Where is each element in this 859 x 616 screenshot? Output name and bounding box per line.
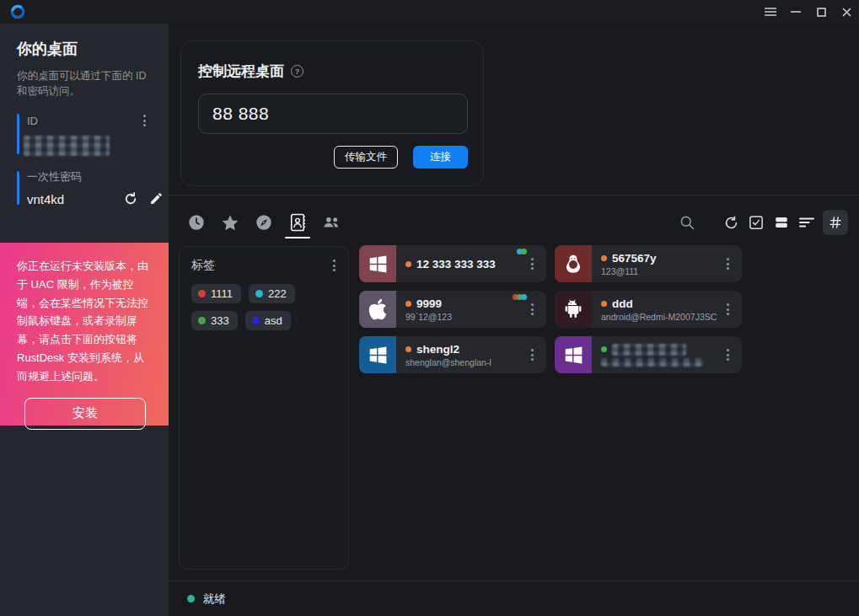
peer-card[interactable] [555,336,742,373]
peer-subtitle: android@Redmi-M2007J3SC [601,312,720,322]
tag-chip-list: 1111 222 333 asd [191,284,338,330]
peer-name: 9999 [416,297,442,310]
peer-status-dot [405,261,411,267]
maximize-button[interactable] [808,0,834,24]
password-field: 一次性密码 vnt4kd [17,169,153,206]
refresh-peers-icon[interactable] [722,210,740,235]
refresh-password-icon[interactable] [123,191,138,206]
peer-name: ddd [612,297,633,310]
status-bar: 就绪 [169,581,859,616]
tab-favorites[interactable] [221,206,239,238]
sort-icon[interactable] [797,210,816,235]
tag-label: 333 [211,314,229,327]
tag-label: asd [265,314,282,327]
peer-name: 567567y [612,252,657,265]
peer-os-tile [555,291,592,328]
peer-subtitle: 123@111 [601,266,720,276]
transfer-file-button[interactable]: 传输文件 [334,146,398,169]
peer-os-tile [359,336,396,373]
id-menu-icon[interactable] [141,112,148,129]
peer-status-dot [405,346,411,352]
tags-title: 标签 [191,258,215,273]
remote-id-input[interactable] [198,94,468,134]
peer-status-dot [405,301,411,307]
search-icon[interactable] [678,210,696,235]
tag-color-dot [252,317,260,324]
tag-chip[interactable]: 1111 [191,284,241,303]
peer-status-dot [601,346,607,352]
section-divider [169,195,859,196]
sidebar-description: 你的桌面可以通过下面的 ID 和密码访问。 [17,69,158,99]
peer-menu-icon[interactable] [724,255,732,272]
peer-card[interactable]: ddd android@Redmi-M2007J3SC [555,291,742,328]
peer-name-redacted [612,344,686,356]
peer-card[interactable]: 12 333 333 333 [359,245,546,282]
peer-os-tile [359,245,396,282]
tab-recent-sessions[interactable] [187,206,206,238]
peer-subtitle-redacted [601,358,704,367]
rustdesk-window: 你的桌面 你的桌面可以通过下面的 ID 和密码访问。 ID 一次性密码 vnt4… [0,0,859,616]
apple-icon [368,297,388,321]
peer-menu-icon[interactable] [529,255,536,272]
tag-color-dot [198,290,206,297]
id-field: ID [17,112,153,156]
connect-button[interactable]: 连接 [413,146,468,169]
tab-group[interactable] [322,206,341,238]
edit-password-icon[interactable] [149,191,164,206]
sidebar: 你的桌面 你的桌面可以通过下面的 ID 和密码访问。 ID 一次性密码 vnt4… [0,24,169,616]
tab-address-book[interactable] [288,206,307,238]
tab-discovered[interactable] [255,206,273,238]
peer-os-tile [555,336,592,373]
peer-name: shengl2 [416,343,459,356]
peer-tabbar [187,206,848,238]
windows-icon [367,344,389,367]
select-peers-icon[interactable] [747,210,765,235]
windows-icon [367,253,389,276]
peer-grid: 12 333 333 333 56 [359,245,742,373]
tag-chip[interactable]: asd [245,311,291,330]
peer-os-tile [555,245,592,282]
install-button[interactable]: 安装 [24,398,146,430]
peer-card[interactable]: 9999 99`12@123 [359,291,546,328]
titlebar [0,0,859,24]
windows-icon [562,344,585,367]
install-banner: 你正在运行未安装版本，由于 UAC 限制，作为被控端，会在某些情况下无法控制鼠标… [0,243,169,426]
peer-name: 12 333 333 333 [416,258,496,271]
status-dot [187,595,195,603]
sidebar-title: 你的桌面 [17,39,153,59]
card-view-icon[interactable] [772,210,791,235]
tag-chip[interactable]: 222 [249,284,295,303]
peer-os-tile [359,291,396,328]
peer-menu-icon[interactable] [529,301,536,318]
status-label: 就绪 [203,592,226,607]
tags-panel: 标签 1111 222 333 asd [179,246,349,570]
tags-menu-icon[interactable] [330,257,338,274]
tag-color-dot [198,317,206,324]
tag-color-dot [255,290,263,297]
id-label: ID [27,115,38,127]
close-button[interactable] [834,0,859,24]
grid-view-icon[interactable] [823,210,848,235]
rustdesk-logo-icon [8,3,27,21]
main-panel: 控制远程桌面 传输文件 连接 [169,24,859,616]
tag-label: 222 [268,287,287,300]
peer-subtitle: shenglan@shenglan-l [405,357,524,367]
password-value: vnt4kd [27,192,64,206]
tag-chip[interactable]: 333 [191,311,238,330]
connect-card: 控制远程桌面 传输文件 连接 [180,40,484,186]
help-icon[interactable] [291,65,303,78]
peer-card[interactable]: shengl2 shenglan@shenglan-l [359,336,546,373]
peer-subtitle: 99`12@123 [405,312,524,322]
id-value-redacted [24,136,110,156]
minimize-button[interactable] [783,0,808,24]
password-label: 一次性密码 [27,169,82,185]
peer-tag-dots [518,249,527,254]
peer-menu-icon[interactable] [724,346,732,363]
menu-icon[interactable] [758,0,783,24]
peer-menu-icon[interactable] [529,346,536,363]
install-banner-text: 你正在运行未安装版本，由于 UAC 限制，作为被控端，会在某些情况下无法控制鼠标… [17,257,153,386]
peer-card[interactable]: 567567y 123@111 [555,245,742,282]
tag-label: 1111 [211,287,233,300]
android-icon [562,298,584,320]
peer-menu-icon[interactable] [724,301,732,318]
